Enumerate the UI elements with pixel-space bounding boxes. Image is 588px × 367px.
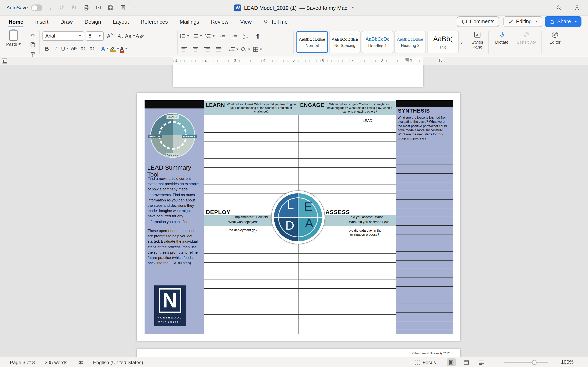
dictate-button[interactable]: Dictate (491, 31, 513, 44)
borders-button[interactable] (253, 44, 262, 54)
increase-indent-button[interactable] (229, 31, 238, 41)
tab-tell-me[interactable]: Tell me (263, 19, 288, 25)
paste-button[interactable]: Paste (5, 30, 22, 47)
web-layout-view-button[interactable] (462, 359, 471, 366)
decrease-indent-button[interactable] (218, 31, 227, 41)
tab-view[interactable]: View (240, 17, 252, 27)
align-left-button[interactable] (180, 44, 189, 54)
tab-selector-icon[interactable] (2, 58, 7, 64)
current-page[interactable]: LEARN ENGAGE ASSESS DEPLOY LEAD Summary … (137, 93, 460, 341)
autosave-toggle[interactable] (31, 4, 43, 11)
northwood-logo: N NORTHWOOD UNIVERSITY (154, 285, 186, 326)
bullets-button[interactable] (180, 31, 190, 41)
horizontal-ruler[interactable]: 12345678910 (0, 57, 588, 65)
shading-button[interactable] (241, 44, 250, 54)
print-layout-view-button[interactable] (447, 359, 456, 366)
zoom-slider-knob[interactable] (532, 360, 536, 364)
ruler-band: 12345678910 (173, 57, 423, 65)
page-indicator[interactable]: Page 3 of 3 (10, 359, 35, 365)
multilevel-list-button[interactable] (205, 31, 215, 41)
clear-formatting-button[interactable]: A (135, 31, 144, 41)
font-name-chevron-icon (79, 35, 81, 37)
align-center-button[interactable] (191, 44, 200, 54)
shrink-font-button[interactable]: A˅ (116, 31, 125, 41)
word-count[interactable]: 205 words (45, 359, 67, 365)
redo-icon[interactable]: ↻ (69, 2, 79, 13)
underline-button[interactable]: U (61, 44, 69, 53)
previous-page[interactable] (173, 65, 423, 87)
next-page[interactable]: © Northwood University 2017 (137, 349, 460, 357)
document-title: LEAD Model_2019 (1) (244, 5, 296, 11)
search-icon[interactable] (554, 2, 564, 13)
diagram-label-assess: ASSESS (165, 153, 180, 157)
ruler-number: 1 (174, 58, 178, 62)
superscript-button[interactable]: X2 (87, 44, 96, 53)
italic-button[interactable]: I (52, 44, 61, 53)
notes-icon[interactable] (118, 2, 128, 13)
share-button[interactable]: Share (545, 16, 581, 27)
style-title[interactable]: AaBb(Title (427, 31, 458, 53)
mail-icon[interactable]: ✉ (93, 2, 104, 13)
font-color-button[interactable]: A (119, 44, 128, 53)
lead-center-graphic: L E D A (271, 190, 325, 244)
synthesis-title: SYNTHESIS (398, 108, 430, 114)
home-icon[interactable]: ⌂ (44, 2, 55, 13)
deploy-writing-lines[interactable] (204, 236, 298, 334)
cut-icon[interactable]: ✂ (29, 31, 37, 38)
print-icon[interactable] (81, 2, 91, 13)
sensitivity-icon (523, 31, 530, 38)
editor-button[interactable]: Editor (544, 31, 566, 44)
share-person-icon[interactable] (572, 2, 582, 13)
lightbulb-icon (263, 19, 269, 25)
line-spacing-button[interactable] (229, 44, 238, 54)
styles-pane-button[interactable]: A StylesPane (466, 31, 488, 49)
styles-expand-button[interactable]: › (459, 38, 465, 47)
grow-font-button[interactable]: A˄ (105, 31, 114, 41)
align-right-button[interactable] (203, 44, 212, 54)
style-normal[interactable]: AaBbCcDdEeNormal (296, 31, 328, 53)
logo-text-university: UNIVERSITY (154, 320, 186, 323)
tab-layout[interactable]: Layout (112, 17, 129, 27)
language-indicator[interactable]: English (United States) (93, 359, 143, 365)
sort-button[interactable]: AZ (241, 31, 250, 41)
copy-icon[interactable] (29, 41, 37, 48)
strikethrough-button[interactable]: ab (69, 44, 78, 53)
style-heading-1[interactable]: AaBbCcDcHeading 1 (362, 31, 393, 53)
subscript-button[interactable]: X2 (78, 44, 87, 53)
justify-button[interactable] (214, 44, 223, 54)
highlight-button[interactable] (109, 44, 119, 53)
format-painter-icon[interactable] (29, 50, 37, 58)
focus-button[interactable]: Focus (415, 357, 436, 367)
editing-mode-button[interactable]: Editing (503, 16, 542, 27)
style-no-spacing[interactable]: AaBbCcDdEeNo Spacing (329, 31, 361, 53)
tab-references[interactable]: References (140, 17, 168, 27)
tab-home[interactable]: Home (8, 17, 24, 27)
document-canvas[interactable]: LEARN ENGAGE ASSESS DEPLOY LEAD Summary … (0, 65, 588, 357)
save-icon[interactable] (105, 2, 116, 13)
tab-draw[interactable]: Draw (60, 17, 73, 27)
numbering-button[interactable] (192, 31, 202, 41)
more-icon[interactable]: ⋯ (130, 2, 140, 13)
bold-button[interactable]: B (43, 44, 52, 53)
comments-button[interactable]: Comments (457, 16, 499, 27)
text-effects-button[interactable]: A (100, 44, 109, 53)
tab-review[interactable]: Review (210, 17, 229, 27)
font-size-combo[interactable]: 8 (86, 31, 104, 41)
draft-view-button[interactable] (477, 359, 486, 366)
synthesis-writing-lines[interactable] (396, 148, 453, 334)
document-save-status[interactable]: — Saved to my Mac (300, 5, 347, 11)
tab-design[interactable]: Design (84, 17, 102, 27)
style-heading-2[interactable]: AaBbCcDdEeHeading 2 (394, 31, 426, 53)
tab-insert[interactable]: Insert (35, 17, 49, 27)
zoom-percentage[interactable]: 100% (561, 359, 573, 365)
show-paragraph-marks-button[interactable]: ¶ (253, 31, 262, 41)
style-sample: AaBbCcDc (365, 36, 389, 42)
font-name-combo[interactable]: Arial (43, 31, 84, 41)
editor-icon (551, 31, 559, 38)
assess-writing-lines[interactable] (298, 236, 396, 334)
change-case-button[interactable]: Aa (125, 31, 135, 41)
undo-icon[interactable]: ↺ (56, 2, 67, 13)
tab-mailings[interactable]: Mailings (179, 17, 199, 27)
proofing-status-icon[interactable] (77, 359, 83, 365)
zoom-slider[interactable] (504, 362, 548, 363)
